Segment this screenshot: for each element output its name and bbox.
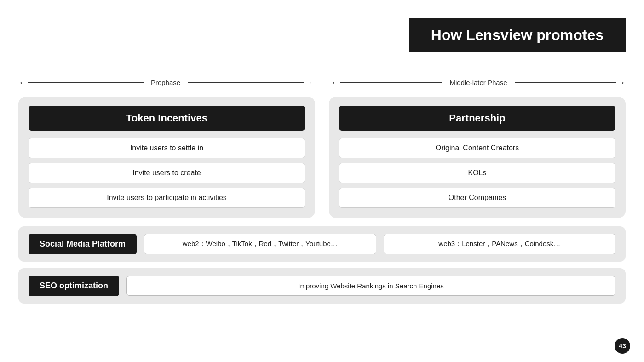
middle-later-label: Middle-later Phase <box>442 79 514 86</box>
seo-row: SEO optimization Improving Website Ranki… <box>18 268 626 304</box>
social-media-web2: web2：Weibo，TikTok，Red，Twitter，Youtube… <box>144 234 376 254</box>
page-number: 43 <box>615 338 630 354</box>
social-media-web3: web3：Lenster，PANews，Coindesk… <box>384 234 615 254</box>
middle-later-section: ← Middle-later Phase → <box>331 77 626 88</box>
social-media-header: Social Media Platform <box>29 234 137 254</box>
partnership-item-3: Other Companies <box>339 188 615 208</box>
prophase-label: Prophase <box>144 79 188 86</box>
partnership-panel: Partnership Original Content Creators KO… <box>329 97 626 218</box>
arrow-left-icon2: ← <box>331 77 340 88</box>
token-incentives-header: Token Incentives <box>29 106 305 131</box>
token-item-1: Invite users to settle in <box>29 138 305 158</box>
token-item-3: Invite users to participate in activitie… <box>29 188 305 208</box>
seo-header: SEO optimization <box>29 276 119 296</box>
page-title: How Lensview promotes <box>409 18 626 52</box>
partnership-item-2: KOLs <box>339 163 615 183</box>
token-item-2: Invite users to create <box>29 163 305 183</box>
token-incentives-panel: Token Incentives Invite users to settle … <box>18 97 315 218</box>
social-media-row: Social Media Platform web2：Weibo，TikTok，… <box>18 226 626 262</box>
seo-item: Improving Website Rankings in Search Eng… <box>126 276 615 296</box>
arrow-left-icon: ← <box>18 77 28 88</box>
partnership-header: Partnership <box>339 106 615 131</box>
arrow-right-icon: → <box>304 77 313 88</box>
partnership-item-1: Original Content Creators <box>339 138 615 158</box>
main-content: Token Incentives Invite users to settle … <box>18 97 626 310</box>
phases-row: ← Prophase → ← Middle-later Phase → <box>18 77 626 88</box>
prophase-section: ← Prophase → <box>18 77 313 88</box>
panels-row: Token Incentives Invite users to settle … <box>18 97 626 218</box>
arrow-right-icon2: → <box>616 77 626 88</box>
